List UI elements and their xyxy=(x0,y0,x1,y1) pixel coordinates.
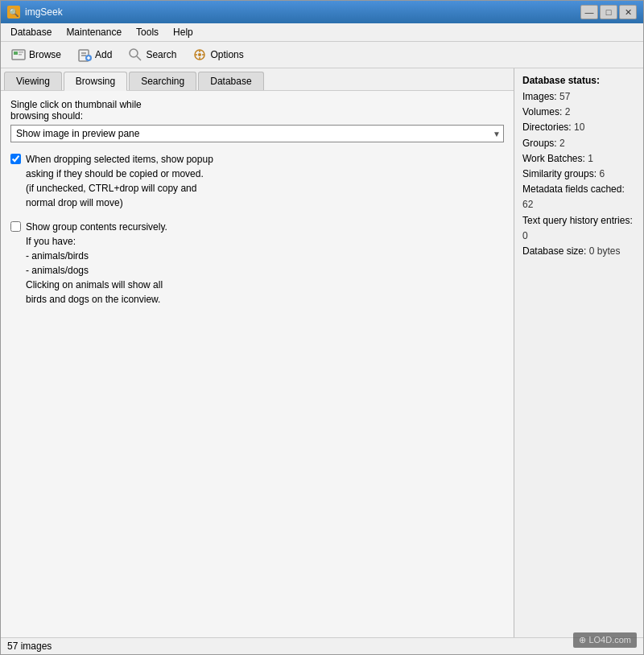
db-directories-label: Directories: xyxy=(522,122,572,133)
db-workbatches-value: 1 xyxy=(588,153,593,164)
minimize-button[interactable]: — xyxy=(580,5,598,19)
window-controls: — □ ✕ xyxy=(580,5,637,19)
panel-content: Single click on thumbnail whilebrowsing … xyxy=(1,91,514,637)
db-metadata-value: 62 xyxy=(522,199,533,210)
tab-browsing[interactable]: Browsing xyxy=(64,72,127,91)
add-button[interactable]: Add xyxy=(70,44,119,65)
add-icon xyxy=(77,47,92,62)
search-button[interactable]: Search xyxy=(121,44,184,65)
left-panel: Viewing Browsing Searching Database Sing… xyxy=(1,68,514,637)
svg-rect-2 xyxy=(19,51,23,53)
svg-line-11 xyxy=(137,56,141,60)
db-textquery-label: Text query history entries: xyxy=(522,215,633,226)
db-simgroups-value: 6 xyxy=(599,168,605,179)
options-button[interactable]: Options xyxy=(185,44,250,65)
search-icon xyxy=(128,47,142,62)
checkbox-recursive[interactable] xyxy=(10,221,21,232)
db-metadata-label: Metadata fields cached: xyxy=(522,183,625,195)
db-simgroups-label: Similarity groups: xyxy=(522,168,597,179)
checkbox-copy-move-label: When dropping selected items, show popup… xyxy=(26,152,213,210)
app-icon: 🔍 xyxy=(7,6,20,19)
db-size-label: Database size: xyxy=(522,245,586,257)
dropdown-wrapper: Show image in preview pane Do nothing Op… xyxy=(10,125,504,142)
menu-bar: Database Maintenance Tools Help xyxy=(1,23,643,42)
db-size-value: 0 bytes xyxy=(589,245,621,257)
tabs-bar: Viewing Browsing Searching Database xyxy=(1,68,514,91)
db-volumes: Volumes: 2 xyxy=(522,105,635,120)
browse-label: Browse xyxy=(29,49,61,60)
browse-icon xyxy=(11,47,26,62)
main-content: Viewing Browsing Searching Database Sing… xyxy=(1,68,643,637)
browse-button[interactable]: Browse xyxy=(4,44,68,65)
toolbar: Browse Add Searc xyxy=(1,42,643,68)
db-groups: Groups: 2 xyxy=(522,136,635,151)
db-metadata: Metadata fields cached: 62 xyxy=(522,182,635,212)
db-images-label: Images: xyxy=(522,91,557,102)
menu-help[interactable]: Help xyxy=(167,25,200,39)
checkbox-copy-move-row: When dropping selected items, show popup… xyxy=(10,152,504,213)
menu-database[interactable]: Database xyxy=(4,25,58,39)
window-title: imgSeek xyxy=(25,6,63,18)
menu-tools[interactable]: Tools xyxy=(130,25,165,39)
right-panel: Database status: Images: 57 Volumes: 2 D… xyxy=(514,68,643,637)
tab-searching[interactable]: Searching xyxy=(129,72,196,90)
db-images: Images: 57 xyxy=(522,89,635,105)
checkbox-copy-move[interactable] xyxy=(10,154,21,164)
svg-point-13 xyxy=(198,53,201,56)
db-status-title: Database status: xyxy=(522,75,635,86)
db-directories-value: 10 xyxy=(574,122,584,133)
tab-viewing[interactable]: Viewing xyxy=(4,72,62,90)
options-icon xyxy=(192,47,207,62)
db-volumes-label: Volumes: xyxy=(522,106,562,117)
browsing-label: Single click on thumbnail whilebrowsing … xyxy=(10,99,504,122)
db-size: Database size: 0 bytes xyxy=(522,244,635,259)
svg-rect-3 xyxy=(19,54,22,56)
add-label: Add xyxy=(95,49,112,60)
db-groups-label: Groups: xyxy=(522,138,557,149)
svg-point-10 xyxy=(130,49,138,57)
db-simgroups: Similarity groups: 6 xyxy=(522,167,635,182)
search-label: Search xyxy=(146,49,176,60)
checkbox-recursive-row: Show group contents recursively. If you … xyxy=(10,220,504,310)
title-bar: 🔍 imgSeek — □ ✕ xyxy=(1,1,643,23)
db-textquery: Text query history entries: 0 xyxy=(522,213,635,244)
db-directories: Directories: 10 xyxy=(522,120,635,135)
db-status-list: Images: 57 Volumes: 2 Directories: 10 Gr… xyxy=(522,89,635,259)
db-volumes-value: 2 xyxy=(565,106,571,117)
preview-dropdown[interactable]: Show image in preview pane Do nothing Op… xyxy=(10,125,504,142)
options-label: Options xyxy=(210,49,243,60)
svg-rect-1 xyxy=(14,51,18,55)
db-groups-value: 2 xyxy=(559,138,565,149)
db-images-value: 57 xyxy=(559,91,570,102)
db-textquery-value: 0 xyxy=(522,230,528,241)
close-button[interactable]: ✕ xyxy=(619,5,637,19)
db-workbatches-label: Work Batches: xyxy=(522,153,585,164)
checkbox-recursive-label: Show group contents recursively. If you … xyxy=(26,220,167,307)
tab-database[interactable]: Database xyxy=(198,72,263,90)
status-bar: 57 images xyxy=(1,637,643,654)
menu-maintenance[interactable]: Maintenance xyxy=(60,25,128,39)
db-workbatches: Work Batches: 1 xyxy=(522,151,635,167)
maximize-button[interactable]: □ xyxy=(600,5,617,19)
status-text: 57 images xyxy=(7,641,52,652)
